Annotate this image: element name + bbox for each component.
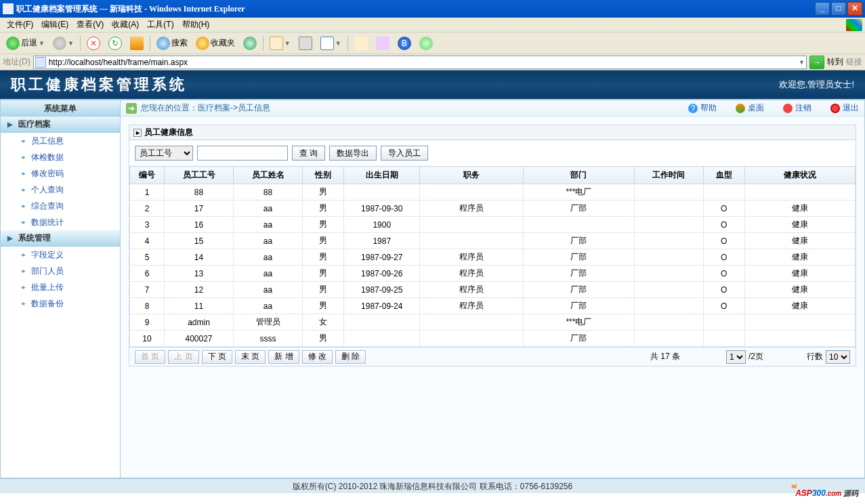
links-label[interactable]: 链接 (846, 56, 862, 68)
home-icon (130, 37, 144, 50)
address-input[interactable] (49, 58, 799, 67)
app-title: 职工健康档案管理系统 (11, 75, 187, 95)
sidebar-item[interactable]: 批量上传 (1, 279, 120, 295)
filter-value-input[interactable] (197, 146, 288, 161)
forward-button[interactable]: ▼ (49, 35, 77, 52)
export-button[interactable]: 数据导出 (329, 146, 377, 161)
help-link[interactable]: ?帮助 (688, 102, 717, 114)
menu-view[interactable]: 查看(V) (72, 19, 108, 30)
search-button[interactable]: 搜索 (153, 35, 191, 52)
page-select[interactable]: 1 (726, 350, 746, 364)
col-header: 部门 (524, 167, 634, 184)
home-button[interactable] (127, 35, 147, 52)
prev-page-button[interactable]: 上 页 (168, 350, 198, 364)
sidebar-item[interactable]: 数据统计 (1, 214, 120, 230)
refresh-icon: ↻ (108, 37, 122, 50)
footer: 版权所有(C) 2010-2012 珠海新瑞信息科技有限公司 联系电话：0756… (0, 478, 865, 493)
sidebar-item[interactable]: 修改密码 (1, 165, 120, 182)
window-title: 职工健康档案管理系统 --- 新瑞科技 - Windows Internet E… (16, 3, 815, 15)
sidebar-group[interactable]: 医疗档案 (1, 117, 120, 133)
back-button[interactable]: 后退▼ (3, 35, 48, 52)
col-header: 性别 (303, 167, 344, 184)
edit-icon (320, 37, 334, 50)
maximize-button[interactable]: □ (831, 2, 846, 16)
discuss-icon (354, 37, 368, 50)
table-row[interactable]: 415aa男1987厂部O健康 (130, 233, 856, 249)
messenger-button[interactable] (416, 35, 436, 52)
table-row[interactable]: 9admin管理员女***电厂 (130, 314, 856, 331)
desktop-icon (736, 104, 745, 113)
search-icon (156, 37, 170, 50)
print-button[interactable] (295, 35, 316, 52)
table-row[interactable]: 613aa男1987-09-26程序员厂部O健康 (130, 266, 856, 282)
edit-button[interactable]: 修 改 (302, 350, 333, 364)
table-row[interactable]: 217aa男1987-09-30程序员厂部O健康 (130, 201, 856, 217)
sidebar-group[interactable]: 系统管理 (1, 230, 120, 247)
add-button[interactable]: 新 增 (268, 350, 299, 364)
address-dropdown-icon[interactable]: ▼ (799, 59, 805, 66)
menu-tools[interactable]: 工具(T) (143, 19, 177, 30)
sidebar-item[interactable]: 个人查询 (1, 182, 120, 198)
window-titlebar: 职工健康档案管理系统 --- 新瑞科技 - Windows Internet E… (0, 0, 865, 18)
table-row[interactable]: 316aa男1900O健康 (130, 217, 856, 233)
sidebar-item[interactable]: 综合查询 (1, 198, 120, 214)
research-button[interactable] (373, 35, 393, 52)
bluetooth-icon: B (398, 37, 411, 50)
menu-file[interactable]: 文件(F) (3, 19, 37, 30)
rows-select[interactable]: 10 (826, 350, 850, 364)
table-row[interactable]: 10400027ssss男厂部 (130, 331, 856, 347)
menu-fav[interactable]: 收藏(A) (108, 19, 143, 30)
import-button[interactable]: 导入员工 (381, 146, 428, 161)
close-button[interactable]: ✕ (847, 2, 862, 16)
sidebar-item[interactable]: 字段定义 (1, 247, 120, 263)
minimize-button[interactable]: _ (815, 2, 830, 16)
breadcrumb: ➜ 您现在的位置：医疗档案->员工信息 ?帮助 桌面 注销 退出 (121, 100, 864, 117)
col-header: 员工姓名 (234, 167, 303, 184)
total-pages: /2页 (748, 351, 763, 362)
desktop-link[interactable]: 桌面 (736, 102, 764, 114)
app-header: 职工健康档案管理系统 欢迎您,管理员女士! (0, 70, 865, 99)
first-page-button[interactable]: 首 页 (135, 350, 165, 364)
exit-icon (830, 104, 840, 113)
collapse-icon[interactable]: ▸ (133, 129, 142, 137)
menu-help[interactable]: 帮助(H) (178, 19, 214, 30)
favorites-button[interactable]: 收藏夹 (192, 35, 238, 52)
toolbar: 后退▼ ▼ ✕ ↻ 搜索 收藏夹 ▼ ▼ B (0, 33, 865, 54)
refresh-button[interactable]: ↻ (105, 35, 125, 52)
edit-button[interactable]: ▼ (317, 35, 345, 52)
bluetooth-button[interactable]: B (394, 35, 415, 52)
watermark-logo: ༄ASP300.com 源码 (790, 482, 858, 493)
filter-field-select[interactable]: 员工工号 (135, 146, 193, 161)
history-button[interactable] (240, 35, 260, 52)
panel-header: ▸ 员工健康信息 (129, 125, 856, 140)
sidebar-header: 系统菜单 (1, 100, 120, 117)
sidebar-item[interactable]: 数据备份 (1, 295, 120, 312)
next-page-button[interactable]: 下 页 (202, 350, 232, 364)
table-row[interactable]: 514aa男1987-09-27程序员厂部O健康 (130, 249, 856, 266)
mail-icon (270, 37, 283, 50)
delete-button[interactable]: 删 除 (335, 350, 366, 364)
table-row[interactable]: 811aa男1987-09-24程序员厂部O健康 (130, 298, 856, 314)
favicon-icon (35, 57, 46, 68)
sidebar-item[interactable]: 员工信息 (1, 133, 120, 149)
last-page-button[interactable]: 末 页 (235, 350, 266, 364)
exit-link[interactable]: 退出 (830, 102, 859, 114)
menu-edit[interactable]: 编辑(E) (37, 19, 72, 30)
stop-button[interactable]: ✕ (83, 35, 104, 52)
sidebar-item[interactable]: 部门人员 (1, 263, 120, 279)
query-button[interactable]: 查 询 (292, 146, 325, 161)
search-bar: 员工工号 查 询 数据导出 导入员工 (129, 140, 856, 166)
breadcrumb-icon: ➜ (126, 103, 137, 114)
sidebar-item[interactable]: 体检数据 (1, 149, 120, 165)
discuss-button[interactable] (351, 35, 371, 52)
table-row[interactable]: 712aa男1987-09-25程序员厂部O健康 (130, 282, 856, 298)
go-button[interactable]: → (809, 56, 824, 69)
panel: ▸ 员工健康信息 员工工号 查 询 数据导出 导入员工 编号员工工号员工姓名性别… (129, 125, 856, 366)
col-header: 健康状况 (744, 167, 855, 184)
mail-button[interactable]: ▼ (266, 35, 294, 52)
go-label: 转到 (827, 56, 843, 68)
col-header: 编号 (130, 167, 165, 184)
table-row[interactable]: 18888男***电厂 (130, 184, 856, 201)
logout-link[interactable]: 注销 (783, 102, 811, 114)
address-input-wrap[interactable]: ▼ (33, 56, 807, 69)
